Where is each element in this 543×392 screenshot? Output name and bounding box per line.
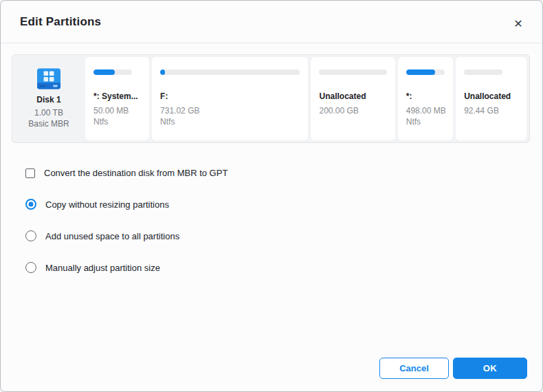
radio-option-row[interactable]: Copy without resizing partitions — [25, 199, 530, 210]
partition-card[interactable]: *: 498.00 MB Ntfs — [398, 57, 453, 140]
partition-name: F: — [160, 91, 300, 101]
disk-icon — [36, 68, 62, 91]
disk-name: Disk 1 — [36, 95, 60, 105]
radio-label: Manually adjust partition size — [45, 263, 160, 273]
usage-fill — [160, 69, 165, 75]
usage-fill — [406, 69, 435, 75]
partition-fs: Ntfs — [160, 116, 300, 127]
disk-strip: Disk 1 1.00 TB Basic MBR *: System... 50… — [12, 54, 530, 143]
radio-icon[interactable] — [25, 262, 36, 273]
partition-card[interactable]: Unallocated 200.00 GB — [311, 57, 395, 140]
checkbox-icon[interactable] — [25, 168, 35, 178]
disk-size: 1.00 TB — [34, 107, 63, 118]
convert-mbr-gpt-checkbox-row[interactable]: Convert the destination disk from MBR to… — [25, 168, 530, 178]
partition-size: 731.02 GB — [160, 105, 300, 116]
partition-fs: Ntfs — [93, 116, 141, 127]
partition-name: Unallocated — [319, 91, 386, 101]
radio-label: Add unused space to all partitions — [45, 231, 179, 241]
dialog-title: Edit Partitions — [20, 15, 101, 29]
radio-option-row[interactable]: Add unused space to all partitions — [25, 230, 530, 241]
usage-bar — [319, 69, 386, 75]
partition-fs: Ntfs — [406, 116, 445, 127]
partition-name: *: System... — [93, 91, 141, 101]
usage-bar — [160, 69, 300, 75]
partition-size: 498.00 MB — [406, 105, 445, 116]
partition-card[interactable]: F: 731.02 GB Ntfs — [152, 57, 308, 140]
partition-card[interactable]: Unallocated 92.44 GB — [456, 57, 527, 140]
options-group: Convert the destination disk from MBR to… — [25, 168, 530, 273]
radio-label: Copy without resizing partitions — [45, 199, 169, 210]
checkbox-label: Convert the destination disk from MBR to… — [44, 168, 228, 178]
partition-card[interactable]: *: System... 50.00 MB Ntfs — [85, 57, 149, 140]
ok-button[interactable]: OK — [453, 358, 527, 379]
dialog-body: Disk 1 1.00 TB Basic MBR *: System... 50… — [1, 43, 542, 273]
partition-name: *: — [406, 91, 445, 101]
partition-name: Unallocated — [464, 91, 518, 101]
usage-bar — [464, 69, 502, 75]
disk-info: Disk 1 1.00 TB Basic MBR — [14, 56, 84, 141]
partition-size: 200.00 GB — [319, 105, 386, 116]
radio-option-row[interactable]: Manually adjust partition size — [25, 262, 530, 273]
partition-size: 92.44 GB — [464, 105, 518, 116]
usage-fill — [93, 69, 115, 75]
edit-partitions-dialog: Edit Partitions ✕ Disk 1 — [0, 0, 543, 392]
close-icon[interactable]: ✕ — [509, 14, 527, 32]
disk-style: Basic MBR — [28, 118, 69, 129]
partition-size: 50.00 MB — [93, 105, 141, 116]
radio-icon[interactable] — [25, 230, 36, 241]
dialog-header: Edit Partitions — [1, 1, 542, 43]
cancel-button[interactable]: Cancel — [379, 358, 449, 379]
dialog-footer: Cancel OK — [379, 358, 527, 379]
partition-cards: *: System... 50.00 MB Ntfs F: 731.02 GB … — [84, 56, 528, 141]
radio-group: Copy without resizing partitions Add unu… — [25, 199, 530, 273]
radio-icon[interactable] — [25, 199, 36, 210]
usage-bar — [406, 69, 445, 75]
usage-bar — [93, 69, 132, 75]
